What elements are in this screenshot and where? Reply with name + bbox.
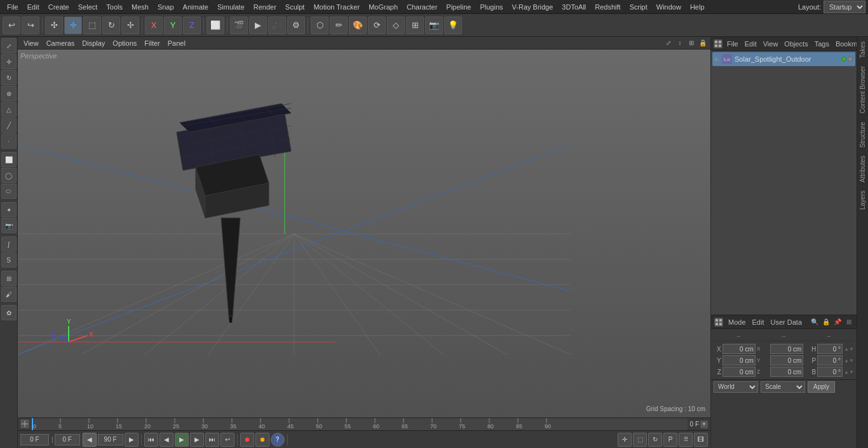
menu-motion-tracker[interactable]: Motion Tracker	[309, 2, 364, 12]
sidebar-bend-icon[interactable]: ∫	[1, 236, 17, 252]
menu-3dtoall[interactable]: 3DToAll	[557, 2, 590, 12]
render-button[interactable]: 🎥	[268, 17, 286, 34]
attr-userdata-menu[interactable]: User Data	[769, 318, 804, 327]
auto-key-btn[interactable]: ⏺	[255, 433, 269, 447]
object-button[interactable]: ⬜	[207, 17, 224, 34]
menu-simulate[interactable]: Simulate	[213, 2, 249, 12]
param-key-btn[interactable]: P	[663, 433, 677, 447]
omh-edit-menu[interactable]: Edit	[743, 39, 759, 48]
tab-structure[interactable]: Structure	[857, 118, 868, 152]
menu-edit[interactable]: Edit	[23, 2, 44, 12]
cube-button[interactable]: ⬡	[311, 17, 329, 34]
menu-mesh[interactable]: Mesh	[127, 2, 153, 12]
sidebar-light-icon[interactable]: ✦	[1, 202, 17, 217]
scale-tool-button[interactable]: ⬚	[83, 17, 101, 34]
sidebar-camera2-icon[interactable]: 📷	[1, 218, 17, 233]
frame-plus-btn[interactable]: ▶	[125, 433, 139, 447]
attr-lock-icon[interactable]: 🔒	[821, 317, 831, 327]
film-btn[interactable]: 🎞	[694, 433, 708, 447]
vp-view-menu[interactable]: View	[20, 39, 42, 48]
obj-item-solar[interactable]: ▶ Lo Solar_Spotlight_Outdoor	[712, 52, 855, 66]
menu-mograph[interactable]: MoGraph	[364, 2, 402, 12]
transform-button[interactable]: ✢	[121, 17, 139, 34]
menu-render[interactable]: Render	[249, 2, 281, 12]
sidebar-rotate-icon[interactable]: ↻	[1, 70, 17, 85]
tab-layers[interactable]: Layers	[857, 186, 868, 214]
attr-more-icon[interactable]: ⊞	[844, 317, 854, 327]
sidebar-cube-icon[interactable]: ⬜	[1, 152, 17, 167]
vp-display-menu[interactable]: Display	[79, 39, 108, 48]
pos-z-input[interactable]	[722, 367, 756, 377]
sidebar-polygon-icon[interactable]: △	[1, 102, 17, 117]
omh-tags-menu[interactable]: Tags	[813, 39, 831, 48]
omh-objects-menu[interactable]: Objects	[782, 39, 810, 48]
timeline-ruler[interactable]: 0 5 10 15 20 25	[32, 418, 688, 430]
vp-expand-icon[interactable]: ⤢	[663, 38, 674, 48]
rot-b-arrow[interactable]: ▲▼	[844, 369, 854, 375]
rot-h-arrow[interactable]: ▲▼	[844, 346, 854, 352]
next-frame-btn[interactable]: ▶	[190, 433, 204, 447]
loop-btn[interactable]: ↩	[220, 433, 234, 447]
z-axis-button[interactable]: Z	[183, 17, 201, 34]
tab-attributes[interactable]: Attributes	[857, 151, 868, 186]
obj-dot-green[interactable]	[841, 57, 846, 62]
tab-content-browser[interactable]: Content Browser	[857, 62, 868, 117]
pos-x-input[interactable]	[722, 344, 756, 354]
sidebar-sphere-icon[interactable]: ◯	[1, 168, 17, 183]
redo-button[interactable]: ↪	[22, 17, 39, 34]
sidebar-select-icon[interactable]: ⤢	[1, 38, 17, 53]
frame-minus-btn[interactable]: ◀	[83, 433, 97, 447]
sidebar-edge-icon[interactable]: ╱	[1, 118, 17, 133]
sidebar-cylinder-icon[interactable]: ⬭	[1, 184, 17, 199]
menu-character[interactable]: Character	[402, 2, 442, 12]
vp-cameras-menu[interactable]: Cameras	[43, 39, 78, 48]
record-btn[interactable]: ⏺	[240, 433, 254, 447]
y-axis-button[interactable]: Y	[164, 17, 182, 34]
menu-pipeline[interactable]: Pipeline	[442, 2, 475, 12]
current-frame-input[interactable]	[20, 434, 49, 445]
menu-tools[interactable]: Tools	[102, 2, 127, 12]
shape-button[interactable]: ◇	[387, 17, 405, 34]
vp-lock-icon[interactable]: 🔒	[698, 38, 708, 48]
menu-redshift[interactable]: Redshift	[590, 2, 625, 12]
pos-y-input[interactable]	[722, 355, 756, 365]
pen-button[interactable]: ✏	[330, 17, 348, 34]
menu-vray[interactable]: V-Ray Bridge	[508, 2, 558, 12]
render-region-button[interactable]: 🎬	[230, 17, 248, 34]
render-settings-button[interactable]: ⚙	[287, 17, 305, 34]
menu-plugins[interactable]: Plugins	[475, 2, 507, 12]
world-select[interactable]: World	[714, 381, 758, 393]
x-axis-button[interactable]: X	[145, 17, 163, 34]
render-viewport-button[interactable]: ▶	[249, 17, 267, 34]
layout-select[interactable]: Startup	[824, 1, 865, 13]
help-btn[interactable]: ?	[271, 433, 285, 447]
apply-button[interactable]: Apply	[808, 381, 835, 393]
rotate-tool-button[interactable]: ↻	[102, 17, 120, 34]
undo-button[interactable]: ↩	[3, 17, 20, 34]
loop-button[interactable]: ⟳	[368, 17, 386, 34]
menu-sculpt[interactable]: Sculpt	[281, 2, 309, 12]
vp-settings-icon[interactable]: ⊞	[686, 38, 696, 48]
size-z-input[interactable]	[770, 367, 803, 377]
vp-options-menu[interactable]: Options	[109, 39, 140, 48]
menu-file[interactable]: File	[3, 2, 23, 12]
goto-start-btn[interactable]: ⏮	[144, 433, 158, 447]
rot-h-input[interactable]	[817, 344, 843, 354]
vp-arrow-icon[interactable]: ↕	[675, 38, 685, 48]
sidebar-point-icon[interactable]: ·	[1, 133, 17, 149]
size-x-input[interactable]	[770, 344, 803, 354]
rotate-key-btn[interactable]: ↻	[648, 433, 662, 447]
vp-panel-menu[interactable]: Panel	[165, 39, 189, 48]
sidebar-spline-icon[interactable]: S	[1, 252, 17, 268]
tab-takes[interactable]: Takes	[857, 37, 868, 62]
menu-snap[interactable]: Snap	[153, 2, 179, 12]
obj-dot-gray[interactable]	[848, 57, 853, 62]
camera-button[interactable]: 📷	[425, 17, 443, 34]
scale-select[interactable]: Scale	[761, 381, 805, 393]
menu-create[interactable]: Create	[44, 2, 74, 12]
timeline-end-icon[interactable]: ▼	[700, 421, 708, 428]
light-button[interactable]: 💡	[444, 17, 462, 34]
sidebar-sculpt-icon[interactable]: ✿	[1, 305, 17, 320]
rot-b-input[interactable]	[817, 367, 843, 377]
select-tool-button[interactable]: ✣	[45, 17, 63, 34]
